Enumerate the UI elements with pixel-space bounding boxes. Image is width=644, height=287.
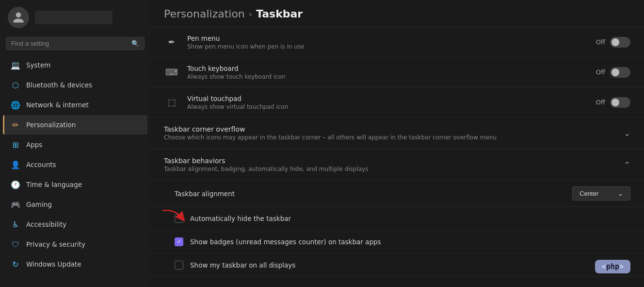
corner-overflow-section[interactable]: Taskbar corner overflow Choose which ico… [150,118,644,149]
sidebar-item-apps[interactable]: ⊞ Apps [3,135,147,154]
sidebar-item-accounts[interactable]: 👤 Accounts [3,155,147,174]
pen-menu-control-label: Off [596,38,605,46]
show-badges-row: Show badges (unread messages counter) on… [150,230,644,253]
sidebar-item-label: Privacy & security [26,240,85,248]
sidebar-item-system[interactable]: 💻 System [3,55,147,75]
sidebar-item-label: System [26,61,50,69]
pen-menu-row: ✒ Pen menu Show pen menu icon when pen i… [150,27,644,57]
touch-keyboard-subtitle: Always show touch keyboard icon [187,73,588,80]
time-icon: 🕐 [11,180,20,189]
accessibility-icon: ♿ [11,219,20,229]
virtual-touchpad-subtitle: Always show virtual touchpad icon [187,103,588,110]
sidebar-item-label: Windows Update [26,260,81,268]
alignment-dropdown[interactable]: Center ⌄ [572,186,630,201]
sidebar-item-bluetooth[interactable]: ⬡ Bluetooth & devices [3,75,147,95]
sidebar-item-accessibility[interactable]: ♿ Accessibility [3,215,147,234]
search-input[interactable] [11,40,128,47]
corner-overflow-subtitle: Choose which icons may appear in the tas… [164,134,624,141]
behaviors-chevron: ⌃ [624,160,630,169]
sidebar-item-label: Personalization [26,121,76,129]
touch-keyboard-title: Touch keyboard [187,65,588,72]
sidebar-item-label: Accounts [26,161,56,169]
auto-hide-checkbox[interactable] [175,214,183,223]
apps-icon: ⊞ [11,140,20,150]
breadcrumb: Personalization › Taskbar [150,0,644,27]
sidebar-item-label: Time & language [26,181,82,188]
bluetooth-icon: ⬡ [11,80,20,90]
content-area: ✒ Pen menu Show pen menu icon when pen i… [150,27,644,287]
user-name-redacted [35,11,113,24]
gaming-icon: 🎮 [11,200,20,209]
behaviors-subtitle: Taskbar alignment, badging, automaticall… [164,166,624,172]
auto-hide-row: Automatically hide the taskbar [150,207,644,230]
auto-hide-label: Automatically hide the taskbar [190,215,291,222]
virtual-touchpad-toggle[interactable] [610,97,630,108]
behaviors-title: Taskbar behaviors [164,157,624,165]
sidebar-header [0,0,150,35]
pen-menu-toggle[interactable] [610,37,630,48]
show-all-displays-row: Show my taskbar on all displays <php> [150,253,644,277]
system-icon: 💻 [11,60,20,70]
show-all-displays-checkbox[interactable] [175,261,183,270]
breadcrumb-current: Taskbar [256,8,303,20]
avatar[interactable] [8,7,29,28]
sidebar-item-privacy[interactable]: 🛡 Privacy & security [3,235,147,254]
pen-menu-title: Pen menu [187,34,588,42]
personalization-icon: ✏ [11,120,20,130]
pen-menu-subtitle: Show pen menu icon when pen is in use [187,43,588,50]
sidebar-item-label: Apps [26,141,42,149]
php-badge-text: <php> [602,262,624,271]
sidebar-item-label: Accessibility [26,220,66,228]
privacy-icon: 🛡 [11,239,20,249]
touch-keyboard-control-label: Off [596,68,605,76]
sidebar-item-time[interactable]: 🕐 Time & language [3,175,147,194]
virtual-touchpad-title: Virtual touchpad [187,95,588,102]
touch-keyboard-toggle[interactable] [610,67,630,78]
alignment-dropdown-chevron: ⌄ [618,190,623,197]
virtual-touchpad-control-label: Off [596,99,605,106]
sidebar-item-personalization[interactable]: ✏ Personalization [3,115,147,135]
nav-list: 💻 System ⬡ Bluetooth & devices 🌐 Network… [0,54,150,287]
virtual-touchpad-row: ⬚ Virtual touchpad Always show virtual t… [150,87,644,118]
breadcrumb-parent: Personalization [164,8,245,20]
accounts-icon: 👤 [11,160,20,169]
pen-menu-icon: ✒ [164,34,179,50]
sidebar: 🔍 💻 System ⬡ Bluetooth & devices 🌐 Netwo… [0,0,150,287]
touch-keyboard-icon: ⌨ [164,65,179,80]
network-icon: 🌐 [11,100,20,110]
sidebar-item-label: Bluetooth & devices [26,81,92,89]
show-badges-label: Show badges (unread messages counter) on… [190,238,381,246]
sidebar-item-update[interactable]: ↻ Windows Update [3,254,147,274]
main-content: Personalization › Taskbar ✒ Pen menu Sho… [150,0,644,287]
user-icon [12,11,25,24]
sidebar-item-label: Gaming [26,201,52,208]
search-bar[interactable]: 🔍 [6,37,145,50]
php-badge: <php> [595,260,630,273]
sidebar-item-network[interactable]: 🌐 Network & internet [3,95,147,115]
show-badges-checkbox[interactable] [175,237,183,246]
corner-overflow-title: Taskbar corner overflow [164,125,624,133]
update-icon: ↻ [11,259,20,269]
show-all-displays-label: Show my taskbar on all displays [190,261,295,269]
corner-overflow-chevron: ⌄ [624,129,630,138]
alignment-row: Taskbar alignment Center ⌄ [150,181,644,207]
sidebar-item-label: Network & internet [26,101,89,109]
touch-keyboard-row: ⌨ Touch keyboard Always show touch keybo… [150,57,644,87]
toggle-knob [612,38,619,46]
search-icon: 🔍 [131,40,139,47]
alignment-value: Center [580,190,598,197]
sidebar-item-gaming[interactable]: 🎮 Gaming [3,195,147,214]
alignment-label: Taskbar alignment [175,190,564,198]
toggle-knob [612,99,619,106]
behaviors-section[interactable]: Taskbar behaviors Taskbar alignment, bad… [150,149,644,181]
toggle-knob [612,68,619,76]
virtual-touchpad-icon: ⬚ [164,95,179,110]
breadcrumb-separator: › [249,9,252,19]
